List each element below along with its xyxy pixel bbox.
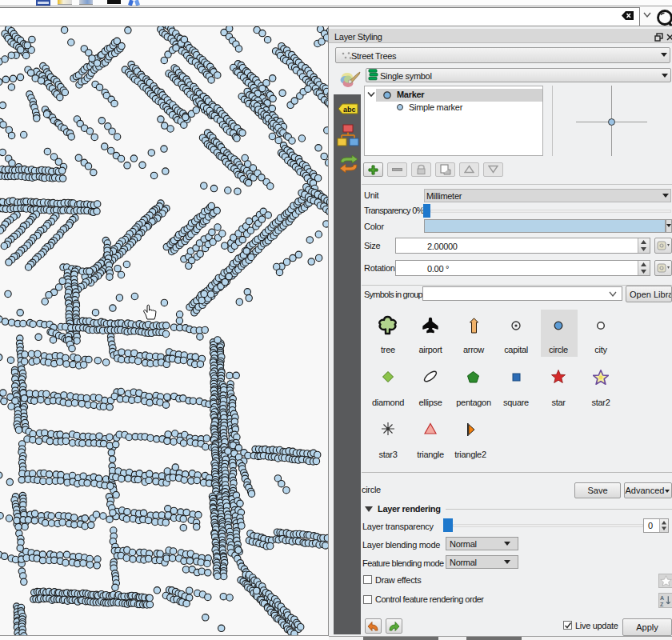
- svg-text:A: A: [660, 595, 664, 601]
- svg-text:Z: Z: [660, 602, 664, 607]
- svg-text:abc: abc: [343, 106, 356, 114]
